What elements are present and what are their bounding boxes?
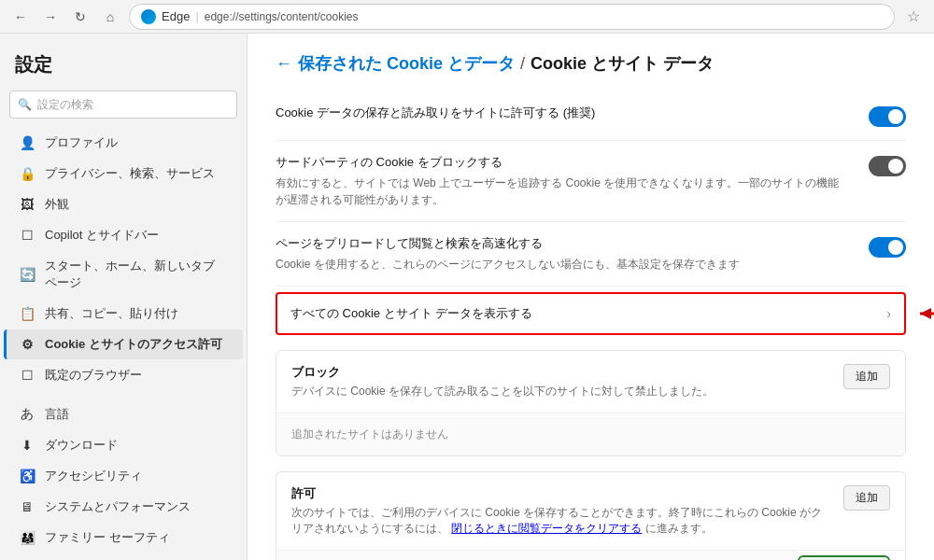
watermark: 集まる集客 bbox=[798, 552, 905, 560]
sidebar: 設定 🔍 設定の検索 👤 プロファイル 🔒 プライバシー、検索、サービス 🖼 外… bbox=[0, 34, 248, 560]
sidebar-title: 設定 bbox=[0, 43, 247, 85]
sidebar-item-label: 共有、コピー、貼り付け bbox=[45, 305, 178, 322]
setting-title-block-third-party: サードパーティの Cookie をブロックする bbox=[276, 154, 850, 171]
content-area: ← 保存された Cookie とデータ / Cookie とサイト データ Co… bbox=[248, 34, 934, 560]
block-section: ブロック デバイスに Cookie を保存して読み取ることを以下のサイトに対して… bbox=[276, 350, 906, 456]
allow-section: 許可 次のサイトでは、ご利用のデバイスに Cookie を保存することができます… bbox=[276, 471, 906, 560]
block-section-title: ブロック bbox=[291, 364, 714, 381]
toggle-block-third-party[interactable] bbox=[869, 156, 906, 176]
setting-desc-block-third-party: 有効にすると、サイトでは Web 上でユーザーを追跡する Cookie を使用で… bbox=[276, 175, 850, 208]
edge-favicon bbox=[141, 9, 156, 24]
system-icon: 🖥 bbox=[19, 498, 35, 515]
browser-chrome: ← → ↻ ⌂ Edge | edge://settings/content/c… bbox=[0, 0, 934, 34]
sidebar-item-label: スタート、ホーム、新しいタブ ページ bbox=[45, 258, 228, 291]
sidebar-item-label: 既定のブラウザー bbox=[45, 367, 142, 384]
allow-section-title: 許可 bbox=[291, 485, 825, 502]
toggle-preload[interactable] bbox=[869, 237, 906, 258]
block-section-desc: デバイスに Cookie を保存して読み取ることを以下のサイトに対して禁止しまし… bbox=[291, 384, 714, 399]
sidebar-item-copilot[interactable]: ☐ Copilot とサイドバー bbox=[4, 220, 243, 250]
share-icon: 📋 bbox=[19, 305, 35, 322]
view-all-cookies-label: すべての Cookie とサイト データを表示する bbox=[290, 305, 532, 322]
sidebar-item-accessibility[interactable]: ♿ アクセシビリティ bbox=[4, 461, 243, 491]
privacy-icon: 🔒 bbox=[19, 165, 35, 182]
setting-info-block-third-party: サードパーティの Cookie をブロックする 有効にすると、サイトでは Web… bbox=[276, 154, 869, 208]
watermark-text: 集まる集客 bbox=[798, 555, 890, 560]
setting-info-preload: ページをプリロードして閲覧と検索を高速化する Cookie を使用すると、これら… bbox=[276, 235, 869, 273]
search-box[interactable]: 🔍 設定の検索 bbox=[9, 91, 237, 119]
setting-row-allow-cookies: Cookie データの保存と読み取りをサイトに許可する (推奨) bbox=[276, 91, 906, 141]
sidebar-item-label: Copilot とサイドバー bbox=[45, 227, 159, 244]
breadcrumb-current: Cookie とサイト データ bbox=[531, 52, 714, 75]
setting-row-block-third-party: サードパーティの Cookie をブロックする 有効にすると、サイトでは Web… bbox=[276, 141, 906, 222]
address-bar[interactable]: Edge | edge://settings/content/cookies bbox=[129, 4, 895, 30]
sidebar-item-family[interactable]: 👨‍👩‍👧 ファミリー セーフティ bbox=[4, 523, 243, 553]
sidebar-item-share[interactable]: 📋 共有、コピー、貼り付け bbox=[4, 299, 243, 329]
toggle-thumb bbox=[888, 159, 903, 174]
toggle-allow-cookies[interactable] bbox=[869, 106, 906, 127]
sidebar-item-start[interactable]: 🔄 スタート、ホーム、新しいタブ ページ bbox=[4, 251, 243, 298]
breadcrumb-separator: / bbox=[520, 54, 525, 74]
sidebar-item-label: アクセシビリティ bbox=[45, 468, 142, 484]
block-section-info: ブロック デバイスに Cookie を保存して読み取ることを以下のサイトに対して… bbox=[291, 364, 714, 399]
block-empty-label: 追加されたサイトはありません bbox=[276, 413, 905, 455]
edge-label: Edge bbox=[162, 9, 190, 23]
sidebar-item-language[interactable]: あ 言語 bbox=[4, 399, 243, 429]
sidebar-item-label: 外観 bbox=[45, 196, 69, 213]
allow-section-desc: 次のサイトでは、ご利用のデバイスに Cookie を保存することができます。終了… bbox=[291, 505, 825, 537]
bookmark-button[interactable]: ☆ bbox=[902, 6, 925, 28]
appearance-icon: 🖼 bbox=[19, 196, 35, 213]
allow-section-link[interactable]: 閉じるときに閲覧データをクリアする bbox=[451, 522, 642, 535]
sidebar-item-privacy[interactable]: 🔒 プライバシー、検索、サービス bbox=[4, 159, 243, 189]
toggle-thumb bbox=[888, 240, 903, 255]
setting-title-preload: ページをプリロードして閲覧と検索を高速化する bbox=[276, 235, 850, 252]
profile-icon: 👤 bbox=[19, 134, 35, 151]
sidebar-item-label: ダウンロード bbox=[45, 437, 118, 454]
sidebar-item-label: ファミリー セーフティ bbox=[45, 529, 170, 546]
search-icon: 🔍 bbox=[18, 98, 32, 111]
start-icon: 🔄 bbox=[19, 266, 35, 283]
red-arrow-indicator bbox=[911, 302, 934, 325]
breadcrumb-back-arrow[interactable]: ← bbox=[276, 54, 292, 74]
chevron-right-icon: › bbox=[886, 306, 891, 321]
accessibility-icon: ♿ bbox=[19, 468, 35, 484]
download-icon: ⬇ bbox=[19, 437, 35, 454]
sidebar-item-cookies[interactable]: ⚙ Cookie とサイトのアクセス許可 bbox=[4, 329, 243, 359]
copilot-icon: ☐ bbox=[19, 227, 35, 244]
sidebar-item-label: システムとパフォーマンス bbox=[45, 498, 191, 515]
home-button[interactable]: ⌂ bbox=[99, 6, 121, 28]
search-placeholder: 設定の検索 bbox=[37, 97, 93, 113]
sidebar-item-label: Cookie とサイトのアクセス許可 bbox=[45, 336, 222, 353]
language-icon: あ bbox=[19, 406, 35, 423]
cookies-icon: ⚙ bbox=[19, 336, 35, 353]
allow-section-info: 許可 次のサイトでは、ご利用のデバイスに Cookie を保存することができます… bbox=[291, 485, 825, 537]
allow-section-header: 許可 次のサイトでは、ご利用のデバイスに Cookie を保存することができます… bbox=[276, 472, 905, 551]
block-section-header: ブロック デバイスに Cookie を保存して読み取ることを以下のサイトに対して… bbox=[276, 351, 905, 413]
main-layout: 設定 🔍 設定の検索 👤 プロファイル 🔒 プライバシー、検索、サービス 🖼 外… bbox=[0, 34, 934, 560]
sidebar-item-default-browser[interactable]: ☐ 既定のブラウザー bbox=[4, 360, 243, 390]
sidebar-item-profile[interactable]: 👤 プロファイル bbox=[4, 128, 243, 158]
sidebar-item-label: 言語 bbox=[45, 406, 69, 423]
sidebar-item-label: プロファイル bbox=[45, 134, 118, 151]
sidebar-divider bbox=[0, 391, 247, 399]
refresh-button[interactable]: ↻ bbox=[69, 6, 92, 28]
svg-marker-1 bbox=[920, 308, 931, 319]
setting-title-allow-cookies: Cookie データの保存と読み取りをサイトに許可する (推奨) bbox=[276, 105, 850, 121]
forward-button[interactable]: → bbox=[39, 6, 62, 28]
sidebar-item-download[interactable]: ⬇ ダウンロード bbox=[4, 430, 243, 460]
address-text: edge://settings/content/cookies bbox=[205, 10, 359, 23]
allow-add-button[interactable]: 追加 bbox=[843, 485, 890, 511]
setting-info-allow-cookies: Cookie データの保存と読み取りをサイトに許可する (推奨) bbox=[276, 105, 869, 121]
view-all-cookies-row[interactable]: すべての Cookie とサイト データを表示する › bbox=[276, 292, 906, 335]
sidebar-item-printer[interactable]: 🖨 プリンター bbox=[4, 553, 243, 560]
sidebar-item-system[interactable]: 🖥 システムとパフォーマンス bbox=[4, 492, 243, 522]
allow-empty-label: 追加されたサイトはありません bbox=[276, 551, 798, 560]
family-icon: 👨‍👩‍👧 bbox=[19, 529, 35, 546]
breadcrumb: ← 保存された Cookie とデータ / Cookie とサイト データ bbox=[276, 52, 906, 75]
address-separator: | bbox=[195, 9, 198, 23]
block-add-button[interactable]: 追加 bbox=[843, 364, 890, 389]
sidebar-item-appearance[interactable]: 🖼 外観 bbox=[4, 189, 243, 219]
sidebar-item-label: プライバシー、検索、サービス bbox=[45, 165, 215, 182]
toggle-thumb bbox=[888, 109, 903, 124]
back-button[interactable]: ← bbox=[9, 6, 32, 28]
setting-row-preload: ページをプリロードして閲覧と検索を高速化する Cookie を使用すると、これら… bbox=[276, 222, 906, 287]
